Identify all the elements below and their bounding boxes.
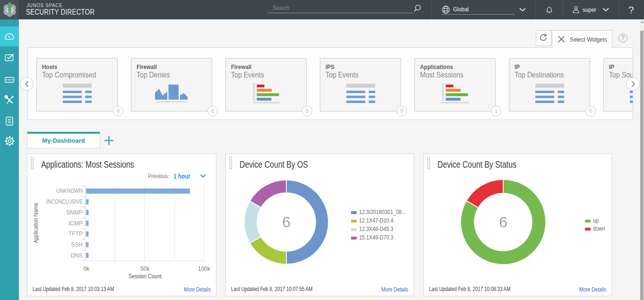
svg-text:Session Count: Session Count	[129, 273, 162, 280]
svg-text:SSH: SSH	[71, 241, 83, 248]
svg-text:0k: 0k	[84, 266, 90, 272]
svg-text:UNKNOWN: UNKNOWN	[56, 188, 83, 194]
svg-text:Application Name: Application Name	[32, 203, 39, 243]
svg-text:50k: 50k	[140, 266, 150, 272]
svg-text:100k: 100k	[198, 266, 211, 272]
svg-text:TFTP: TFTP	[69, 231, 83, 237]
svg-text:DNS: DNS	[71, 252, 83, 259]
svg-text:ICMP: ICMP	[69, 220, 83, 227]
svg-text:SNMP: SNMP	[66, 209, 83, 216]
svg-text:INCONCLUSIVE: INCONCLUSIVE	[46, 198, 83, 205]
